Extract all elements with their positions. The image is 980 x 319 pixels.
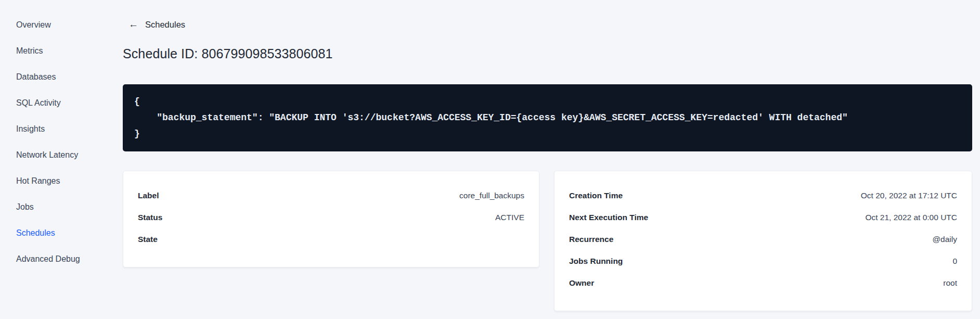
breadcrumb-label: Schedules: [145, 19, 185, 30]
sidebar-item-network-latency[interactable]: Network Latency: [0, 142, 112, 168]
sidebar-item-advanced-debug[interactable]: Advanced Debug: [0, 246, 112, 272]
sidebar-item-overview[interactable]: Overview: [0, 12, 112, 38]
row-value: root: [943, 278, 957, 288]
back-to-schedules-link[interactable]: ← Schedules: [123, 19, 185, 30]
detail-row-jobs-running: Jobs Running 0: [569, 250, 957, 272]
sidebar-item-jobs[interactable]: Jobs: [0, 194, 112, 220]
sidebar-item-hot-ranges[interactable]: Hot Ranges: [0, 168, 112, 194]
row-label: Owner: [569, 278, 594, 288]
detail-row-state: State: [138, 228, 524, 250]
code-line: {: [134, 94, 961, 110]
sidebar-item-sql-activity[interactable]: SQL Activity: [0, 90, 112, 116]
sidebar: Overview Metrics Databases SQL Activity …: [0, 12, 112, 272]
row-label: State: [138, 235, 158, 244]
row-label: Recurrence: [569, 235, 613, 244]
sidebar-item-metrics[interactable]: Metrics: [0, 38, 112, 64]
detail-cards-row: Label core_full_backups Status ACTIVE St…: [123, 171, 972, 311]
schedule-execution-card: Creation Time Oct 20, 2022 at 17:12 UTC …: [554, 171, 972, 311]
sidebar-item-insights[interactable]: Insights: [0, 116, 112, 142]
detail-row-recurrence: Recurrence @daily: [569, 228, 957, 250]
code-line: "backup_statement": "BACKUP INTO 's3://b…: [134, 110, 961, 126]
row-value: Oct 20, 2022 at 17:12 UTC: [861, 191, 957, 200]
row-label: Creation Time: [569, 191, 623, 200]
main-content: ← Schedules Schedule ID: 806799098533806…: [123, 0, 972, 311]
detail-row-creation-time: Creation Time Oct 20, 2022 at 17:12 UTC: [569, 185, 957, 207]
back-arrow-icon: ←: [128, 19, 138, 30]
detail-row-label: Label core_full_backups: [138, 185, 524, 207]
row-label: Label: [138, 191, 159, 200]
schedule-definition-code-block: { "backup_statement": "BACKUP INTO 's3:/…: [123, 84, 972, 151]
sidebar-item-schedules[interactable]: Schedules: [0, 220, 112, 246]
row-value: 0: [952, 257, 957, 266]
detail-row-status: Status ACTIVE: [138, 207, 524, 228]
detail-row-owner: Owner root: [569, 272, 957, 294]
row-value: Oct 21, 2022 at 0:00 UTC: [865, 213, 957, 222]
row-value: ACTIVE: [495, 213, 524, 222]
row-label: Jobs Running: [569, 257, 623, 266]
row-label: Status: [138, 213, 162, 222]
detail-row-next-execution-time: Next Execution Time Oct 21, 2022 at 0:00…: [569, 207, 957, 228]
row-value: @daily: [932, 235, 957, 244]
row-label: Next Execution Time: [569, 213, 648, 222]
code-line: }: [134, 126, 961, 142]
page-title: Schedule ID: 806799098533806081: [123, 46, 972, 62]
row-value: core_full_backups: [459, 191, 524, 200]
schedule-details-card: Label core_full_backups Status ACTIVE St…: [123, 171, 539, 267]
sidebar-item-databases[interactable]: Databases: [0, 64, 112, 90]
